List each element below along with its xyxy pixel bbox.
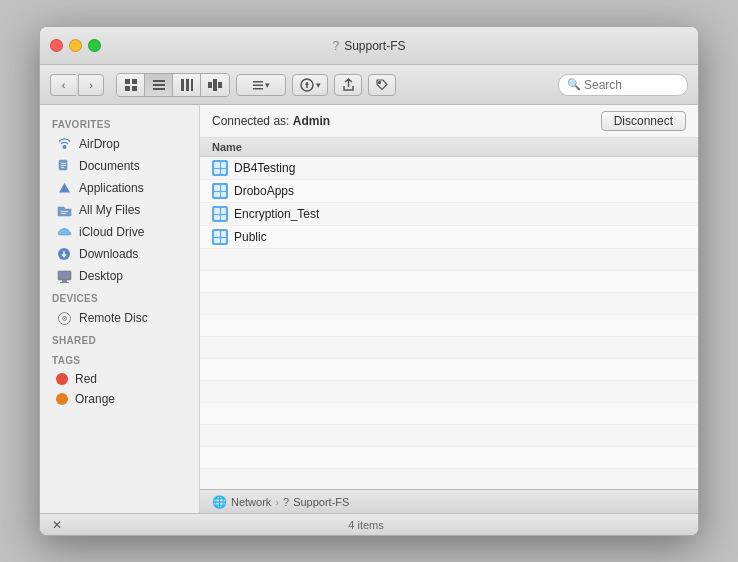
breadcrumb-current: Support-FS: [293, 496, 349, 508]
svg-rect-12: [218, 82, 222, 88]
svg-rect-0: [125, 79, 130, 84]
airdrop-icon: [56, 136, 72, 152]
tag-button[interactable]: [368, 74, 396, 96]
svg-point-31: [63, 317, 65, 319]
svg-rect-23: [61, 211, 68, 212]
remote-disc-label: Remote Disc: [79, 311, 148, 325]
documents-label: Documents: [79, 159, 140, 173]
file-name: Encryption_Test: [234, 207, 319, 221]
icon-view-button[interactable]: [117, 74, 145, 96]
svg-rect-6: [153, 88, 165, 90]
file-row-empty: [200, 337, 698, 359]
file-row-empty: [200, 403, 698, 425]
finder-window: ? Support-FS ‹ ›: [39, 26, 699, 536]
file-name: DroboApps: [234, 184, 294, 198]
all-my-files-icon: [56, 202, 72, 218]
sidebar-item-applications[interactable]: Applications: [44, 177, 195, 199]
back-button[interactable]: ‹: [50, 74, 76, 96]
traffic-lights: [50, 39, 101, 52]
sidebar-item-documents[interactable]: Documents: [44, 155, 195, 177]
file-row[interactable]: DB4Testing: [200, 157, 698, 180]
sidebar-item-red-tag[interactable]: Red: [44, 369, 195, 389]
shared-label: Shared: [40, 329, 199, 349]
svg-rect-20: [61, 163, 66, 164]
svg-rect-22: [61, 167, 64, 168]
favorites-label: Favorites: [40, 113, 199, 133]
action-button[interactable]: ▾: [292, 74, 328, 96]
statusbar-close-icon[interactable]: ✕: [52, 518, 62, 532]
connection-info: Connected as: Admin: [212, 114, 330, 128]
search-box[interactable]: 🔍: [558, 74, 688, 96]
remote-disc-icon: [56, 310, 72, 326]
close-button[interactable]: [50, 39, 63, 52]
toolbar: ‹ ›: [40, 65, 698, 105]
downloads-label: Downloads: [79, 247, 138, 261]
svg-rect-28: [60, 282, 69, 283]
window-title: ? Support-FS: [332, 39, 405, 53]
breadcrumb-network[interactable]: Network: [231, 496, 271, 508]
folder-icon: [212, 229, 228, 245]
sidebar-item-orange-tag[interactable]: Orange: [44, 389, 195, 409]
file-name: Public: [234, 230, 267, 244]
downloads-icon: [56, 246, 72, 262]
svg-rect-10: [208, 82, 212, 88]
network-icon: 🌐: [212, 495, 227, 509]
file-row[interactable]: Public: [200, 226, 698, 249]
file-area: Connected as: Admin Disconnect Name DB4T…: [200, 105, 698, 513]
sidebar-item-airdrop[interactable]: AirDrop: [44, 133, 195, 155]
minimize-button[interactable]: [69, 39, 82, 52]
search-input[interactable]: [584, 78, 679, 92]
list-view-button[interactable]: [145, 74, 173, 96]
maximize-button[interactable]: [88, 39, 101, 52]
file-row-empty: [200, 359, 698, 381]
file-row-empty: [200, 447, 698, 469]
orange-tag-dot: [56, 393, 68, 405]
disconnect-button[interactable]: Disconnect: [601, 111, 686, 131]
arrange-button[interactable]: ▾: [236, 74, 286, 96]
svg-rect-1: [132, 79, 137, 84]
title-label: Support-FS: [344, 39, 405, 53]
breadcrumb-current-icon: ?: [283, 496, 289, 508]
sidebar-item-downloads[interactable]: Downloads: [44, 243, 195, 265]
column-view-button[interactable]: [173, 74, 201, 96]
svg-rect-24: [61, 213, 66, 214]
nav-buttons: ‹ ›: [50, 74, 104, 96]
svg-rect-13: [253, 81, 263, 83]
all-my-files-label: All My Files: [79, 203, 140, 217]
file-row-empty: [200, 315, 698, 337]
forward-button[interactable]: ›: [78, 74, 104, 96]
sidebar: Favorites AirDrop: [40, 105, 200, 513]
svg-point-17: [379, 81, 381, 83]
file-row[interactable]: Encryption_Test: [200, 203, 698, 226]
file-list: DB4Testing DroboApps Encryption_Test: [200, 157, 698, 489]
breadcrumb-sep: ›: [275, 496, 279, 508]
svg-rect-2: [125, 86, 130, 91]
file-list-header: Name: [200, 138, 698, 157]
svg-rect-4: [153, 80, 165, 82]
svg-rect-7: [181, 79, 184, 91]
file-row-empty: [200, 271, 698, 293]
svg-rect-8: [186, 79, 189, 91]
file-row-empty: [200, 425, 698, 447]
sidebar-item-all-my-files[interactable]: All My Files: [44, 199, 195, 221]
airdrop-label: AirDrop: [79, 137, 120, 151]
sidebar-item-desktop[interactable]: Desktop: [44, 265, 195, 287]
sidebar-item-remote-disc[interactable]: Remote Disc: [44, 307, 195, 329]
connection-text: Connected as:: [212, 114, 293, 128]
name-column-header: Name: [212, 141, 242, 153]
titlebar: ? Support-FS: [40, 27, 698, 65]
share-button[interactable]: [334, 74, 362, 96]
sidebar-item-icloud[interactable]: iCloud Drive: [44, 221, 195, 243]
connection-user: Admin: [293, 114, 330, 128]
file-name: DB4Testing: [234, 161, 295, 175]
file-row-empty: [200, 381, 698, 403]
file-row[interactable]: DroboApps: [200, 180, 698, 203]
svg-rect-11: [213, 79, 217, 91]
svg-rect-5: [153, 84, 165, 86]
devices-label: Devices: [40, 287, 199, 307]
main-content: Favorites AirDrop: [40, 105, 698, 513]
applications-icon: [56, 180, 72, 196]
svg-rect-21: [61, 165, 66, 166]
search-icon: 🔍: [567, 78, 581, 91]
cover-flow-button[interactable]: [201, 74, 229, 96]
